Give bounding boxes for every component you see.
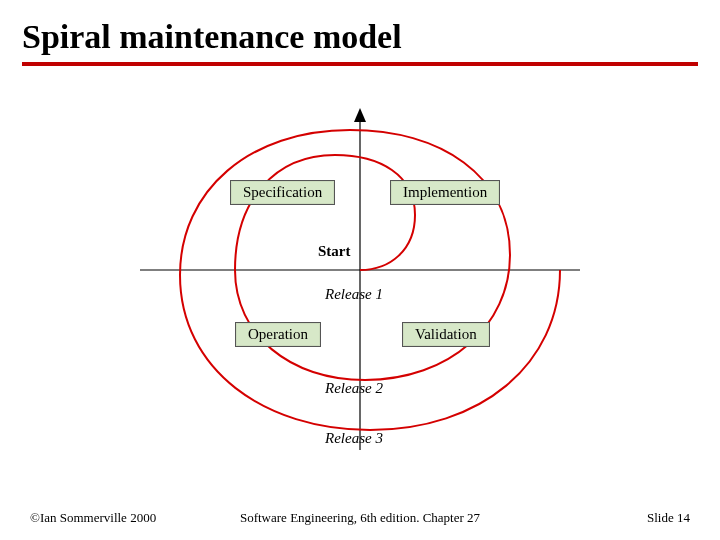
slide: Spiral maintenance model Start Specifica… xyxy=(0,0,720,540)
box-specification: Specification xyxy=(230,180,335,205)
release-1-label: Release 1 xyxy=(325,286,383,303)
release-2-label: Release 2 xyxy=(325,380,383,397)
page-title: Spiral maintenance model xyxy=(22,18,698,56)
footer-left: ©Ian Sommerville 2000 xyxy=(30,510,156,526)
title-rule xyxy=(22,62,698,66)
arrowhead-icon xyxy=(354,108,366,122)
box-implementation: Implemention xyxy=(390,180,500,205)
title-wrap: Spiral maintenance model xyxy=(0,0,720,56)
footer: ©Ian Sommerville 2000 Software Engineeri… xyxy=(0,508,720,528)
spiral-svg xyxy=(130,100,590,460)
start-label: Start xyxy=(318,243,351,260)
box-validation: Validation xyxy=(402,322,490,347)
box-operation: Operation xyxy=(235,322,321,347)
spiral-figure: Start Specification Implemention Operati… xyxy=(130,100,590,460)
release-3-label: Release 3 xyxy=(325,430,383,447)
footer-right: Slide 14 xyxy=(647,510,690,526)
